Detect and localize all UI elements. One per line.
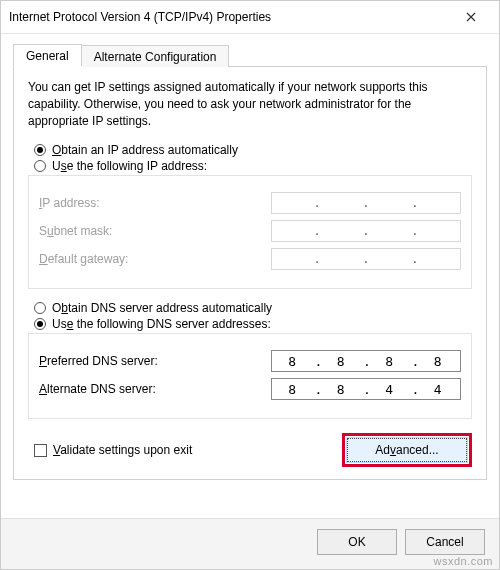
group-dns-fields: Preferred DNS server: 8. 8. 8. 8 Alterna… <box>28 333 472 419</box>
ok-button[interactable]: OK <box>317 529 397 555</box>
tab-content-general: You can get IP settings assigned automat… <box>13 66 487 480</box>
checkbox-label: Validate settings upon exit <box>53 443 192 457</box>
close-icon <box>466 9 476 25</box>
bottom-row: Validate settings upon exit Advanced... <box>28 433 472 467</box>
radio-label: Use the following DNS server addresses: <box>52 317 271 331</box>
row-gateway: Default gateway: ... <box>39 248 461 270</box>
input-subnet: ... <box>271 220 461 242</box>
tab-alternate[interactable]: Alternate Configuration <box>81 45 230 67</box>
input-preferred-dns[interactable]: 8. 8. 8. 8 <box>271 350 461 372</box>
checkbox-validate[interactable]: Validate settings upon exit <box>34 443 192 457</box>
radio-icon <box>34 302 46 314</box>
label-ip-address: IP address: <box>39 196 261 210</box>
tab-general[interactable]: General <box>13 44 82 67</box>
group-ip-fields: IP address: ... Subnet mask: ... Default… <box>28 175 472 289</box>
label-gateway: Default gateway: <box>39 252 261 266</box>
radio-icon <box>34 318 46 330</box>
row-alternate-dns: Alternate DNS server: 8. 8. 4. 4 <box>39 378 461 400</box>
radio-label: Obtain DNS server address automatically <box>52 301 272 315</box>
window-title: Internet Protocol Version 4 (TCP/IPv4) P… <box>9 10 451 24</box>
checkbox-icon <box>34 444 47 457</box>
radio-dns-use[interactable]: Use the following DNS server addresses: <box>34 317 472 331</box>
dialog-body: General Alternate Configuration You can … <box>1 34 499 518</box>
description-text: You can get IP settings assigned automat… <box>28 79 472 129</box>
titlebar: Internet Protocol Version 4 (TCP/IPv4) P… <box>1 1 499 34</box>
radio-label: Use the following IP address: <box>52 159 207 173</box>
dialog-footer: OK Cancel <box>1 518 499 569</box>
close-button[interactable] <box>451 1 491 33</box>
input-ip-address: ... <box>271 192 461 214</box>
radio-icon <box>34 160 46 172</box>
label-subnet: Subnet mask: <box>39 224 261 238</box>
radio-dns-auto[interactable]: Obtain DNS server address automatically <box>34 301 472 315</box>
input-gateway: ... <box>271 248 461 270</box>
row-preferred-dns: Preferred DNS server: 8. 8. 8. 8 <box>39 350 461 372</box>
row-ip-address: IP address: ... <box>39 192 461 214</box>
radio-label: Obtain an IP address automatically <box>52 143 238 157</box>
dialog-window: Internet Protocol Version 4 (TCP/IPv4) P… <box>0 0 500 570</box>
label-preferred-dns: Preferred DNS server: <box>39 354 261 368</box>
label-alternate-dns: Alternate DNS server: <box>39 382 261 396</box>
radio-icon <box>34 144 46 156</box>
tabstrip: General Alternate Configuration <box>13 42 487 66</box>
cancel-button[interactable]: Cancel <box>405 529 485 555</box>
row-subnet: Subnet mask: ... <box>39 220 461 242</box>
input-alternate-dns[interactable]: 8. 8. 4. 4 <box>271 378 461 400</box>
radio-ip-use[interactable]: Use the following IP address: <box>34 159 472 173</box>
advanced-button[interactable]: Advanced... <box>347 438 467 462</box>
advanced-highlight: Advanced... <box>342 433 472 467</box>
radio-ip-auto[interactable]: Obtain an IP address automatically <box>34 143 472 157</box>
